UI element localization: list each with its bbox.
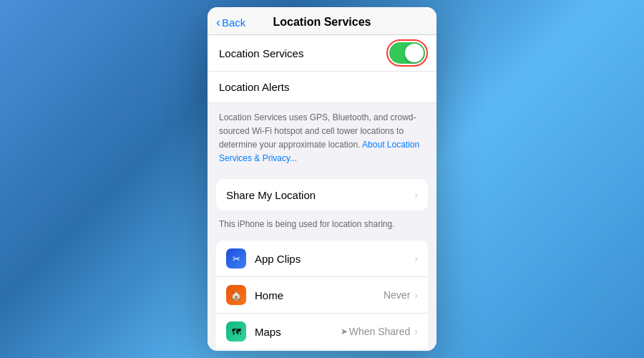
- apps-section: ✂ App Clips › 🏠 Home Never › 🗺 Maps: [216, 241, 428, 351]
- maps-chevron: ›: [414, 326, 418, 337]
- share-my-location-row[interactable]: Share My Location ›: [216, 179, 428, 211]
- app-clips-icon: ✂: [226, 248, 246, 268]
- home-label: Home: [255, 289, 384, 301]
- back-label: Back: [222, 16, 245, 29]
- location-alerts-label: Location Alerts: [219, 81, 425, 93]
- back-button[interactable]: ‹ Back: [216, 15, 245, 30]
- share-location-section: Share My Location ›: [216, 179, 428, 211]
- description-block: Location Services uses GPS, Bluetooth, a…: [208, 103, 436, 173]
- maps-icon: 🗺: [226, 321, 246, 342]
- app-clips-chevron: ›: [414, 253, 418, 264]
- home-icon: 🏠: [226, 285, 246, 305]
- phone-panel: ‹ Back Location Services Location Servic…: [208, 7, 436, 351]
- description-text: Location Services uses GPS, Bluetooth, a…: [219, 112, 419, 163]
- maps-status: When Shared: [349, 326, 411, 337]
- share-description: This iPhone is being used for location s…: [208, 216, 436, 235]
- maps-location-arrow-icon: ➤: [341, 326, 348, 337]
- maps-row[interactable]: 🗺 Maps ➤ When Shared ›: [216, 314, 428, 350]
- home-chevron: ›: [414, 289, 418, 301]
- home-row[interactable]: 🏠 Home Never ›: [216, 277, 428, 314]
- toggle-knob: [405, 44, 424, 62]
- location-services-row: Location Services: [208, 35, 436, 72]
- content-scroll[interactable]: Location Services Location Alerts Locati…: [208, 35, 436, 351]
- location-services-toggle[interactable]: [389, 42, 425, 64]
- nav-title: Location Services: [273, 16, 371, 29]
- home-status: Never: [384, 289, 410, 301]
- nav-bar: ‹ Back Location Services: [208, 7, 436, 35]
- share-location-chevron: ›: [414, 189, 418, 200]
- app-clips-row[interactable]: ✂ App Clips ›: [216, 241, 428, 277]
- maps-label: Maps: [255, 326, 341, 338]
- toggle-background: [389, 42, 425, 64]
- share-description-text: This iPhone is being used for location s…: [219, 219, 394, 229]
- siri-row[interactable]: 🎙 Siri & Dictation ➤ While Using ›: [216, 350, 428, 351]
- share-location-label: Share My Location: [226, 189, 411, 201]
- back-chevron-icon: ‹: [216, 15, 220, 30]
- location-services-label: Location Services: [219, 47, 389, 59]
- location-alerts-row: Location Alerts: [208, 72, 436, 103]
- app-clips-label: App Clips: [255, 253, 411, 265]
